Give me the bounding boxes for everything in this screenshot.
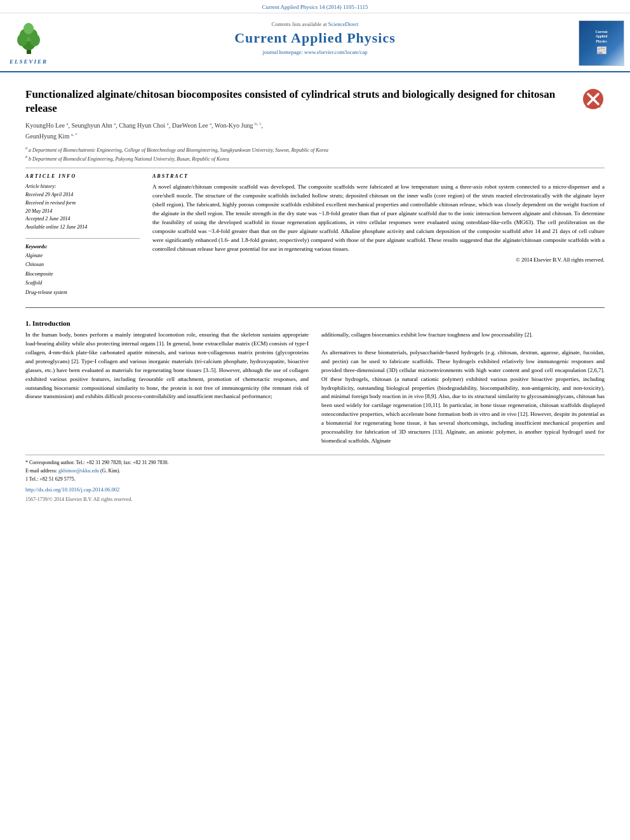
header-right: CurrentAppliedPhysics 📰	[573, 18, 630, 67]
history-label: Article history:	[25, 183, 140, 191]
elsevier-brand-text: ELSEVIER	[10, 58, 48, 65]
abstract-panel: Abstract A novel alginate/chitosan compo…	[152, 173, 605, 297]
divider-1	[25, 168, 605, 168]
journal-logo-box: CurrentAppliedPhysics 📰	[579, 20, 624, 66]
keyword-drug-release: Drug-release system	[25, 288, 140, 297]
received-date: Received 29 April 2014	[25, 191, 140, 199]
abstract-heading: Abstract	[152, 173, 605, 179]
introduction-section: 1. Introduction In the human body, bones…	[25, 319, 605, 446]
keyword-biocomposite: Biocomposite	[25, 270, 140, 279]
footnote-email: E-mail address: gkbimoe@skku.edu (G. Kim…	[25, 467, 605, 476]
footnote-corresponding: * Corresponding author. Tel.: +82 31 290…	[25, 459, 605, 467]
doi-line[interactable]: http://dx.doi.org/10.1016/j.cap.2014.06.…	[25, 486, 605, 495]
intro-left-col: In the human body, bones perform a mainl…	[25, 331, 309, 446]
elsevier-tree-icon	[11, 21, 46, 56]
keywords-section: Keywords: Alginate Chitosan Biocomposite…	[25, 244, 140, 297]
abstract-text: A novel alginate/chitosan composite scaf…	[152, 183, 605, 254]
introduction-title: 1. Introduction	[25, 319, 605, 327]
article-history: Article history: Received 29 April 2014 …	[25, 183, 140, 232]
journal-citation: Current Applied Physics 14 (2014) 1105–1…	[262, 4, 368, 10]
keyword-chitosan: Chitosan	[25, 260, 140, 269]
homepage-url[interactable]: www.elsevier.com/locate/cap	[304, 49, 368, 55]
journal-homepage: journal homepage: www.elsevier.com/locat…	[64, 49, 566, 55]
sciencedirect-line: Contents lists available at ScienceDirec…	[64, 21, 566, 27]
header: ELSEVIER Contents lists available at Sci…	[0, 13, 630, 72]
footnote-email-link[interactable]: gkbimoe@skku.edu	[58, 468, 99, 474]
affiliations: a a Department of Biomechatronic Enginee…	[25, 145, 605, 163]
keywords-list: Alginate Chitosan Biocomposite Scaffold …	[25, 251, 140, 297]
article-title: Functionalized alginate/chitosan biocomp…	[25, 88, 575, 116]
footnotes-section: * Corresponding author. Tel.: +82 31 290…	[25, 455, 605, 504]
keywords-title: Keywords:	[25, 244, 140, 250]
top-bar: Current Applied Physics 14 (2014) 1105–1…	[0, 0, 630, 13]
elsevier-logo: ELSEVIER	[0, 18, 57, 67]
copyright-abstract: © 2014 Elsevier B.V. All rights reserved…	[152, 257, 605, 263]
copyright-footer: 1567-1739/© 2014 Elsevier B.V. All right…	[25, 496, 605, 504]
authors-line: KyoungHo Lee a, Seunghyun Ahn a, Chang H…	[25, 121, 605, 142]
received-revised-label: Received in revised form	[25, 199, 140, 208]
received-revised-date: 20 May 2014	[25, 208, 140, 216]
intro-right-col: additionally, collagen bioceramics exhib…	[321, 331, 605, 446]
keyword-alginate: Alginate	[25, 251, 140, 260]
sciencedirect-link[interactable]: ScienceDirect	[328, 21, 359, 27]
keywords-divider	[25, 238, 140, 239]
crossmark: CrossMark	[582, 88, 605, 110]
affiliation-a: a a Department of Biomechatronic Enginee…	[25, 145, 605, 154]
header-center: Contents lists available at ScienceDirec…	[57, 18, 573, 67]
journal-title: Current Applied Physics	[64, 30, 566, 46]
affiliation-b: b b Department of Biomedical Engineering…	[25, 154, 605, 163]
footnote-tel: 1 Tel.: +82 51 629 5775.	[25, 476, 605, 484]
article-info-heading: Article info	[25, 173, 140, 179]
body-divider	[25, 307, 605, 308]
svg-point-7	[23, 23, 34, 34]
svg-text:CrossMark: CrossMark	[586, 105, 601, 109]
available-online: Available online 12 June 2014	[25, 223, 140, 232]
accepted-date: Accepted 2 June 2014	[25, 215, 140, 223]
article-info-panel: Article info Article history: Received 2…	[25, 173, 140, 297]
plate-text: plate	[76, 349, 88, 356]
keyword-scaffold: Scaffold	[25, 279, 140, 288]
